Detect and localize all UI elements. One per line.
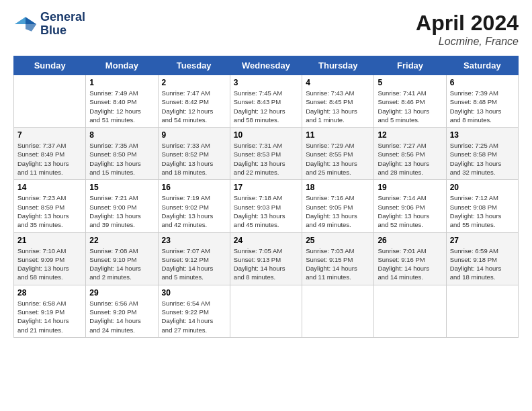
day-number: 14 xyxy=(17,183,82,192)
day-cell: 1Sunrise: 7:49 AM Sunset: 8:40 PM Daylig… xyxy=(86,75,158,128)
day-number: 20 xyxy=(450,183,515,192)
day-cell: 16Sunrise: 7:19 AM Sunset: 9:02 PM Dayli… xyxy=(158,180,230,232)
day-cell: 4Sunrise: 7:43 AM Sunset: 8:45 PM Daylig… xyxy=(302,75,374,128)
day-cell: 20Sunrise: 7:12 AM Sunset: 9:08 PM Dayli… xyxy=(446,180,518,232)
day-cell: 10Sunrise: 7:31 AM Sunset: 8:53 PM Dayli… xyxy=(230,128,302,180)
day-info: Sunrise: 7:35 AM Sunset: 8:50 PM Dayligh… xyxy=(89,141,154,177)
day-info: Sunrise: 7:45 AM Sunset: 8:43 PM Dayligh… xyxy=(234,89,298,124)
day-cell: 18Sunrise: 7:16 AM Sunset: 9:05 PM Dayli… xyxy=(302,180,374,232)
day-number: 4 xyxy=(306,78,370,87)
weekday-header-friday: Friday xyxy=(374,56,446,75)
day-number: 2 xyxy=(162,78,226,87)
day-info: Sunrise: 7:25 AM Sunset: 8:58 PM Dayligh… xyxy=(450,141,515,177)
day-cell: 17Sunrise: 7:18 AM Sunset: 9:03 PM Dayli… xyxy=(230,180,302,232)
day-number: 24 xyxy=(234,236,298,245)
calendar-location: Locmine, France xyxy=(416,36,519,48)
day-number: 25 xyxy=(306,236,370,245)
week-row-2: 7Sunrise: 7:37 AM Sunset: 8:49 PM Daylig… xyxy=(14,128,519,180)
header: General Blue April 2024 Locmine, France xyxy=(13,11,519,48)
day-info: Sunrise: 7:31 AM Sunset: 8:53 PM Dayligh… xyxy=(234,141,298,177)
week-row-3: 14Sunrise: 7:23 AM Sunset: 8:59 PM Dayli… xyxy=(14,180,519,232)
day-number: 11 xyxy=(306,130,370,140)
day-number: 16 xyxy=(162,183,226,192)
day-cell: 23Sunrise: 7:07 AM Sunset: 9:12 PM Dayli… xyxy=(158,232,230,285)
day-number: 12 xyxy=(378,130,442,140)
day-number: 19 xyxy=(378,183,442,192)
day-cell xyxy=(374,285,446,337)
day-cell: 26Sunrise: 7:01 AM Sunset: 9:16 PM Dayli… xyxy=(374,232,446,285)
day-number: 9 xyxy=(162,130,226,140)
day-cell: 22Sunrise: 7:08 AM Sunset: 9:10 PM Dayli… xyxy=(86,232,158,285)
day-cell xyxy=(446,285,518,337)
day-info: Sunrise: 7:12 AM Sunset: 9:08 PM Dayligh… xyxy=(450,193,515,229)
day-cell: 11Sunrise: 7:29 AM Sunset: 8:55 PM Dayli… xyxy=(302,128,374,180)
day-info: Sunrise: 7:29 AM Sunset: 8:55 PM Dayligh… xyxy=(306,141,370,177)
page: General Blue April 2024 Locmine, France … xyxy=(0,0,532,411)
day-cell: 28Sunrise: 6:58 AM Sunset: 9:19 PM Dayli… xyxy=(14,285,86,337)
logo-line1: General xyxy=(40,11,85,24)
day-cell: 14Sunrise: 7:23 AM Sunset: 8:59 PM Dayli… xyxy=(14,180,86,232)
day-number: 7 xyxy=(17,130,82,140)
logo: General Blue xyxy=(13,11,85,38)
day-cell: 6Sunrise: 7:39 AM Sunset: 8:48 PM Daylig… xyxy=(446,75,518,128)
day-info: Sunrise: 7:19 AM Sunset: 9:02 PM Dayligh… xyxy=(162,193,226,229)
day-number: 6 xyxy=(450,78,515,87)
day-info: Sunrise: 7:01 AM Sunset: 9:16 PM Dayligh… xyxy=(378,246,442,282)
day-info: Sunrise: 7:05 AM Sunset: 9:13 PM Dayligh… xyxy=(234,246,298,282)
day-info: Sunrise: 7:33 AM Sunset: 8:52 PM Dayligh… xyxy=(162,141,226,177)
day-cell xyxy=(14,75,86,128)
day-cell: 24Sunrise: 7:05 AM Sunset: 9:13 PM Dayli… xyxy=(230,232,302,285)
day-cell: 30Sunrise: 6:54 AM Sunset: 9:22 PM Dayli… xyxy=(158,285,230,337)
day-info: Sunrise: 7:21 AM Sunset: 9:00 PM Dayligh… xyxy=(89,193,154,229)
weekday-header-wednesday: Wednesday xyxy=(230,56,302,75)
day-cell: 19Sunrise: 7:14 AM Sunset: 9:06 PM Dayli… xyxy=(374,180,446,232)
calendar-table: SundayMondayTuesdayWednesdayThursdayFrid… xyxy=(13,56,519,338)
day-info: Sunrise: 7:27 AM Sunset: 8:56 PM Dayligh… xyxy=(378,141,442,177)
day-cell: 8Sunrise: 7:35 AM Sunset: 8:50 PM Daylig… xyxy=(86,128,158,180)
week-row-1: 1Sunrise: 7:49 AM Sunset: 8:40 PM Daylig… xyxy=(14,75,519,128)
day-cell: 15Sunrise: 7:21 AM Sunset: 9:00 PM Dayli… xyxy=(86,180,158,232)
logo-icon xyxy=(13,12,38,36)
day-cell: 7Sunrise: 7:37 AM Sunset: 8:49 PM Daylig… xyxy=(14,128,86,180)
day-cell: 9Sunrise: 7:33 AM Sunset: 8:52 PM Daylig… xyxy=(158,128,230,180)
day-number: 13 xyxy=(450,130,515,140)
day-number: 28 xyxy=(17,288,82,298)
day-number: 23 xyxy=(162,236,226,245)
day-number: 15 xyxy=(89,183,154,192)
day-cell xyxy=(230,285,302,337)
day-info: Sunrise: 7:07 AM Sunset: 9:12 PM Dayligh… xyxy=(162,246,226,282)
svg-marker-1 xyxy=(15,17,26,24)
svg-marker-0 xyxy=(26,17,36,24)
day-info: Sunrise: 6:59 AM Sunset: 9:18 PM Dayligh… xyxy=(450,246,515,282)
day-number: 22 xyxy=(89,236,154,245)
day-number: 21 xyxy=(17,236,82,245)
day-info: Sunrise: 7:14 AM Sunset: 9:06 PM Dayligh… xyxy=(378,193,442,229)
day-cell: 29Sunrise: 6:56 AM Sunset: 9:20 PM Dayli… xyxy=(86,285,158,337)
day-number: 26 xyxy=(378,236,442,245)
weekday-header-monday: Monday xyxy=(86,56,158,75)
day-number: 1 xyxy=(89,78,154,87)
day-info: Sunrise: 6:56 AM Sunset: 9:20 PM Dayligh… xyxy=(89,299,154,334)
title-block: April 2024 Locmine, France xyxy=(416,11,519,48)
weekday-header-thursday: Thursday xyxy=(302,56,374,75)
day-number: 17 xyxy=(234,183,298,192)
day-info: Sunrise: 7:16 AM Sunset: 9:05 PM Dayligh… xyxy=(306,193,370,229)
day-cell: 25Sunrise: 7:03 AM Sunset: 9:15 PM Dayli… xyxy=(302,232,374,285)
week-row-4: 21Sunrise: 7:10 AM Sunset: 9:09 PM Dayli… xyxy=(14,232,519,285)
day-cell xyxy=(302,285,374,337)
day-number: 5 xyxy=(378,78,442,87)
day-info: Sunrise: 7:43 AM Sunset: 8:45 PM Dayligh… xyxy=(306,89,370,124)
calendar-title: April 2024 xyxy=(416,11,519,36)
day-cell: 3Sunrise: 7:45 AM Sunset: 8:43 PM Daylig… xyxy=(230,75,302,128)
day-number: 3 xyxy=(234,78,298,87)
weekday-header-sunday: Sunday xyxy=(14,56,86,75)
day-number: 18 xyxy=(306,183,370,192)
weekday-header-saturday: Saturday xyxy=(446,56,518,75)
weekday-header-row: SundayMondayTuesdayWednesdayThursdayFrid… xyxy=(14,56,519,75)
day-cell: 27Sunrise: 6:59 AM Sunset: 9:18 PM Dayli… xyxy=(446,232,518,285)
day-info: Sunrise: 7:47 AM Sunset: 8:42 PM Dayligh… xyxy=(162,89,226,124)
day-info: Sunrise: 7:49 AM Sunset: 8:40 PM Dayligh… xyxy=(89,89,154,124)
day-cell: 2Sunrise: 7:47 AM Sunset: 8:42 PM Daylig… xyxy=(158,75,230,128)
day-number: 30 xyxy=(162,288,226,298)
day-info: Sunrise: 6:54 AM Sunset: 9:22 PM Dayligh… xyxy=(162,299,226,334)
